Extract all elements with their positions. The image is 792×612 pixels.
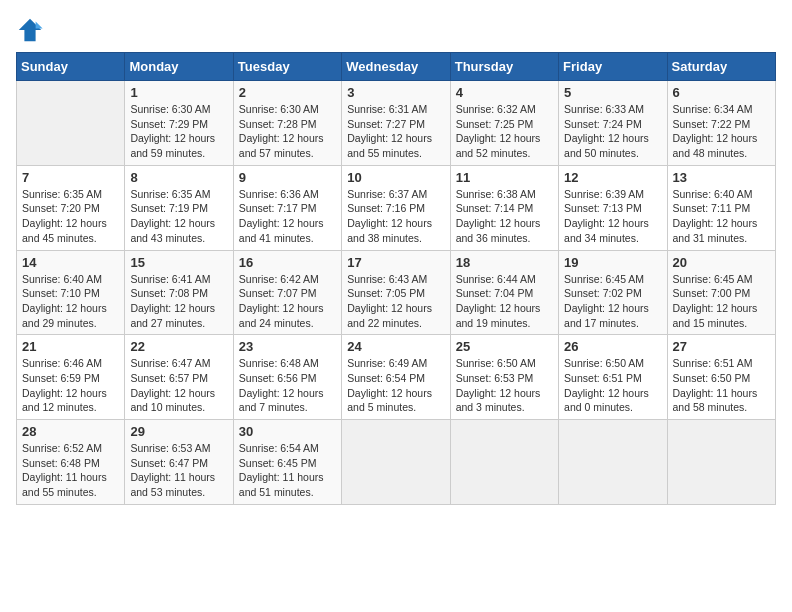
- day-info: Sunrise: 6:50 AMSunset: 6:53 PMDaylight:…: [456, 356, 553, 415]
- day-info: Sunrise: 6:35 AMSunset: 7:19 PMDaylight:…: [130, 187, 227, 246]
- day-number: 29: [130, 424, 227, 439]
- calendar-cell: 6Sunrise: 6:34 AMSunset: 7:22 PMDaylight…: [667, 81, 775, 166]
- day-number: 13: [673, 170, 770, 185]
- day-header-thursday: Thursday: [450, 53, 558, 81]
- day-info: Sunrise: 6:53 AMSunset: 6:47 PMDaylight:…: [130, 441, 227, 500]
- day-number: 19: [564, 255, 661, 270]
- calendar-cell: 26Sunrise: 6:50 AMSunset: 6:51 PMDayligh…: [559, 335, 667, 420]
- day-info: Sunrise: 6:32 AMSunset: 7:25 PMDaylight:…: [456, 102, 553, 161]
- day-number: 6: [673, 85, 770, 100]
- calendar-cell: 5Sunrise: 6:33 AMSunset: 7:24 PMDaylight…: [559, 81, 667, 166]
- calendar-cell: 23Sunrise: 6:48 AMSunset: 6:56 PMDayligh…: [233, 335, 341, 420]
- day-number: 8: [130, 170, 227, 185]
- calendar-cell: 28Sunrise: 6:52 AMSunset: 6:48 PMDayligh…: [17, 420, 125, 505]
- day-info: Sunrise: 6:40 AMSunset: 7:11 PMDaylight:…: [673, 187, 770, 246]
- day-number: 12: [564, 170, 661, 185]
- calendar-cell: 1Sunrise: 6:30 AMSunset: 7:29 PMDaylight…: [125, 81, 233, 166]
- day-header-wednesday: Wednesday: [342, 53, 450, 81]
- calendar-cell: 17Sunrise: 6:43 AMSunset: 7:05 PMDayligh…: [342, 250, 450, 335]
- day-number: 24: [347, 339, 444, 354]
- day-number: 18: [456, 255, 553, 270]
- day-number: 28: [22, 424, 119, 439]
- day-info: Sunrise: 6:41 AMSunset: 7:08 PMDaylight:…: [130, 272, 227, 331]
- calendar-body: 1Sunrise: 6:30 AMSunset: 7:29 PMDaylight…: [17, 81, 776, 505]
- day-info: Sunrise: 6:50 AMSunset: 6:51 PMDaylight:…: [564, 356, 661, 415]
- day-info: Sunrise: 6:38 AMSunset: 7:14 PMDaylight:…: [456, 187, 553, 246]
- day-number: 17: [347, 255, 444, 270]
- day-header-sunday: Sunday: [17, 53, 125, 81]
- day-info: Sunrise: 6:40 AMSunset: 7:10 PMDaylight:…: [22, 272, 119, 331]
- day-info: Sunrise: 6:37 AMSunset: 7:16 PMDaylight:…: [347, 187, 444, 246]
- calendar-cell: 20Sunrise: 6:45 AMSunset: 7:00 PMDayligh…: [667, 250, 775, 335]
- day-info: Sunrise: 6:45 AMSunset: 7:02 PMDaylight:…: [564, 272, 661, 331]
- day-number: 16: [239, 255, 336, 270]
- day-number: 15: [130, 255, 227, 270]
- calendar-cell: 18Sunrise: 6:44 AMSunset: 7:04 PMDayligh…: [450, 250, 558, 335]
- day-number: 26: [564, 339, 661, 354]
- calendar-cell: 2Sunrise: 6:30 AMSunset: 7:28 PMDaylight…: [233, 81, 341, 166]
- day-number: 21: [22, 339, 119, 354]
- calendar-cell: 16Sunrise: 6:42 AMSunset: 7:07 PMDayligh…: [233, 250, 341, 335]
- calendar-cell: [559, 420, 667, 505]
- day-number: 14: [22, 255, 119, 270]
- calendar-cell: 29Sunrise: 6:53 AMSunset: 6:47 PMDayligh…: [125, 420, 233, 505]
- day-info: Sunrise: 6:42 AMSunset: 7:07 PMDaylight:…: [239, 272, 336, 331]
- day-number: 7: [22, 170, 119, 185]
- calendar-cell: 22Sunrise: 6:47 AMSunset: 6:57 PMDayligh…: [125, 335, 233, 420]
- day-info: Sunrise: 6:31 AMSunset: 7:27 PMDaylight:…: [347, 102, 444, 161]
- calendar-cell: 11Sunrise: 6:38 AMSunset: 7:14 PMDayligh…: [450, 165, 558, 250]
- day-number: 4: [456, 85, 553, 100]
- day-info: Sunrise: 6:33 AMSunset: 7:24 PMDaylight:…: [564, 102, 661, 161]
- day-header-monday: Monday: [125, 53, 233, 81]
- day-number: 27: [673, 339, 770, 354]
- calendar-header: SundayMondayTuesdayWednesdayThursdayFrid…: [17, 53, 776, 81]
- logo-icon: [16, 16, 44, 44]
- svg-marker-0: [19, 19, 41, 41]
- day-info: Sunrise: 6:30 AMSunset: 7:29 PMDaylight:…: [130, 102, 227, 161]
- calendar-cell: 9Sunrise: 6:36 AMSunset: 7:17 PMDaylight…: [233, 165, 341, 250]
- day-info: Sunrise: 6:46 AMSunset: 6:59 PMDaylight:…: [22, 356, 119, 415]
- day-info: Sunrise: 6:49 AMSunset: 6:54 PMDaylight:…: [347, 356, 444, 415]
- day-number: 1: [130, 85, 227, 100]
- day-info: Sunrise: 6:39 AMSunset: 7:13 PMDaylight:…: [564, 187, 661, 246]
- calendar-cell: 7Sunrise: 6:35 AMSunset: 7:20 PMDaylight…: [17, 165, 125, 250]
- day-info: Sunrise: 6:48 AMSunset: 6:56 PMDaylight:…: [239, 356, 336, 415]
- day-number: 22: [130, 339, 227, 354]
- calendar-cell: [450, 420, 558, 505]
- calendar-cell: 10Sunrise: 6:37 AMSunset: 7:16 PMDayligh…: [342, 165, 450, 250]
- day-info: Sunrise: 6:36 AMSunset: 7:17 PMDaylight:…: [239, 187, 336, 246]
- calendar-cell: 27Sunrise: 6:51 AMSunset: 6:50 PMDayligh…: [667, 335, 775, 420]
- day-info: Sunrise: 6:47 AMSunset: 6:57 PMDaylight:…: [130, 356, 227, 415]
- day-info: Sunrise: 6:45 AMSunset: 7:00 PMDaylight:…: [673, 272, 770, 331]
- day-number: 10: [347, 170, 444, 185]
- page-header: [16, 16, 776, 44]
- day-number: 25: [456, 339, 553, 354]
- calendar-table: SundayMondayTuesdayWednesdayThursdayFrid…: [16, 52, 776, 505]
- day-info: Sunrise: 6:43 AMSunset: 7:05 PMDaylight:…: [347, 272, 444, 331]
- day-info: Sunrise: 6:51 AMSunset: 6:50 PMDaylight:…: [673, 356, 770, 415]
- calendar-cell: 30Sunrise: 6:54 AMSunset: 6:45 PMDayligh…: [233, 420, 341, 505]
- day-number: 5: [564, 85, 661, 100]
- day-info: Sunrise: 6:44 AMSunset: 7:04 PMDaylight:…: [456, 272, 553, 331]
- calendar-cell: 19Sunrise: 6:45 AMSunset: 7:02 PMDayligh…: [559, 250, 667, 335]
- day-number: 20: [673, 255, 770, 270]
- day-info: Sunrise: 6:52 AMSunset: 6:48 PMDaylight:…: [22, 441, 119, 500]
- day-info: Sunrise: 6:54 AMSunset: 6:45 PMDaylight:…: [239, 441, 336, 500]
- calendar-cell: 24Sunrise: 6:49 AMSunset: 6:54 PMDayligh…: [342, 335, 450, 420]
- calendar-cell: 25Sunrise: 6:50 AMSunset: 6:53 PMDayligh…: [450, 335, 558, 420]
- calendar-cell: 4Sunrise: 6:32 AMSunset: 7:25 PMDaylight…: [450, 81, 558, 166]
- day-header-friday: Friday: [559, 53, 667, 81]
- day-number: 30: [239, 424, 336, 439]
- calendar-cell: 21Sunrise: 6:46 AMSunset: 6:59 PMDayligh…: [17, 335, 125, 420]
- day-number: 2: [239, 85, 336, 100]
- day-header-tuesday: Tuesday: [233, 53, 341, 81]
- calendar-cell: 3Sunrise: 6:31 AMSunset: 7:27 PMDaylight…: [342, 81, 450, 166]
- day-info: Sunrise: 6:30 AMSunset: 7:28 PMDaylight:…: [239, 102, 336, 161]
- calendar-cell: 8Sunrise: 6:35 AMSunset: 7:19 PMDaylight…: [125, 165, 233, 250]
- calendar-cell: 13Sunrise: 6:40 AMSunset: 7:11 PMDayligh…: [667, 165, 775, 250]
- day-number: 9: [239, 170, 336, 185]
- day-number: 3: [347, 85, 444, 100]
- day-header-saturday: Saturday: [667, 53, 775, 81]
- day-number: 11: [456, 170, 553, 185]
- calendar-cell: [342, 420, 450, 505]
